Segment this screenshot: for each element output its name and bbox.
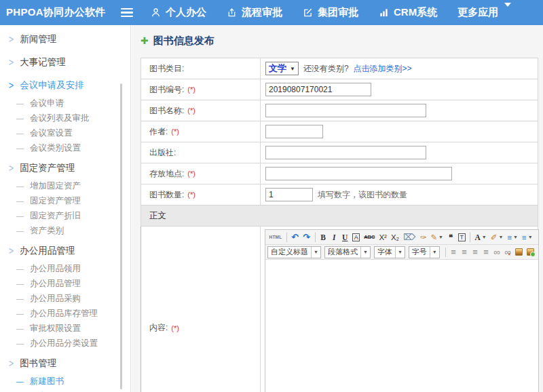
field-value-book-no bbox=[261, 79, 538, 100]
caret-down-icon: ▼ bbox=[528, 235, 533, 239]
sidebar-item-图书管理[interactable]: —图书管理 bbox=[0, 389, 130, 392]
flow-export-icon bbox=[227, 7, 237, 18]
form-row-publisher: 出版社: bbox=[141, 142, 538, 163]
eraser-button[interactable]: ⌦ bbox=[402, 231, 417, 243]
sidebar-item-会议类别设置[interactable]: —会议类别设置 bbox=[0, 140, 130, 155]
book-no-input[interactable] bbox=[265, 83, 371, 96]
sidebar-group-会议申请及安排[interactable]: >会议申请及安排 bbox=[0, 75, 130, 96]
paste-as-text-button[interactable]: T bbox=[457, 231, 468, 243]
book-name-input[interactable] bbox=[265, 104, 426, 117]
unlink-button[interactable]: ∞ bbox=[503, 246, 513, 258]
sidebar-item-办公用品采购[interactable]: —办公用品采购 bbox=[0, 291, 130, 306]
superscript-button[interactable]: X² bbox=[377, 231, 389, 243]
font-color-button[interactable]: A▼ bbox=[473, 231, 488, 243]
sidebar-item-增加固定资产[interactable]: —增加固定资产 bbox=[0, 178, 130, 193]
sidebar-item-办公用品管理[interactable]: —办公用品管理 bbox=[0, 276, 130, 291]
section-header-body: 正文 bbox=[141, 205, 538, 227]
required-marker: (*) bbox=[187, 85, 195, 94]
underline-button[interactable]: U bbox=[340, 231, 350, 243]
caret-down-icon: ▼ bbox=[498, 235, 503, 239]
sidebar-group-新闻管理[interactable]: >新闻管理 bbox=[0, 29, 130, 50]
sidebar-item-审批权限设置[interactable]: —审批权限设置 bbox=[0, 321, 130, 336]
sidebar-item-label: 办公用品分类设置 bbox=[30, 338, 98, 349]
book-category-select[interactable]: 文学▼ bbox=[265, 62, 299, 75]
sidebar-item-会议列表及审批[interactable]: —会议列表及审批 bbox=[0, 111, 130, 125]
subscript-button[interactable]: X₂ bbox=[389, 231, 400, 243]
insert-image-button[interactable] bbox=[514, 246, 525, 258]
field-label-text: 存放地点: bbox=[149, 168, 184, 180]
add-category-link[interactable]: 点击添加类别>> bbox=[354, 63, 412, 75]
topbar-menu-workflow-approval[interactable]: 流程审批 bbox=[227, 6, 282, 19]
sidebar-item-会议申请[interactable]: —会议申请 bbox=[0, 96, 130, 111]
sidebar-group-label: 会议申请及安排 bbox=[20, 80, 84, 91]
book-form: 图书类目:文学▼还没有类别?点击添加类别>>图书编号:(*)图书名称:(*)作者… bbox=[141, 58, 538, 392]
caret-down-icon: ▼ bbox=[360, 247, 370, 258]
location-input[interactable] bbox=[265, 167, 452, 180]
align-left-button[interactable]: ≡ bbox=[449, 246, 459, 258]
hamburger-menu-icon[interactable] bbox=[121, 8, 133, 17]
html-source-icon: HTML bbox=[269, 235, 282, 239]
sidebar-scrollbar[interactable] bbox=[120, 83, 122, 389]
redo-button[interactable]: ↷ bbox=[301, 231, 312, 243]
toolbar-select-段落格式[interactable]: 段落格式▼ bbox=[324, 246, 371, 258]
char-border-button[interactable]: A bbox=[351, 231, 362, 243]
sidebar-group-固定资产管理[interactable]: >固定资产管理 bbox=[0, 158, 130, 178]
topbar-menu-personal-office[interactable]: 个人办公 bbox=[151, 6, 206, 19]
topbar-menu-label: 更多应用 bbox=[457, 6, 498, 19]
font-color-icon: A bbox=[475, 233, 481, 241]
strikethrough-button[interactable]: ABC bbox=[362, 231, 377, 243]
required-marker: (*) bbox=[187, 191, 195, 199]
sidebar-item-办公用品库存管理[interactable]: —办公用品库存管理 bbox=[0, 306, 130, 321]
sidebar-item-办公用品分类设置[interactable]: —办公用品分类设置 bbox=[0, 336, 130, 351]
toolbar-select-自定义标题[interactable]: 自定义标题▼ bbox=[267, 246, 321, 258]
sidebar-item-资产类别[interactable]: —资产类别 bbox=[0, 223, 130, 238]
sidebar-group-办公用品管理[interactable]: >办公用品管理 bbox=[0, 241, 130, 261]
undo-icon: ↶ bbox=[291, 232, 299, 242]
html-source-button[interactable]: HTML bbox=[267, 231, 284, 243]
unordered-list-button[interactable]: ≡▼ bbox=[521, 231, 535, 243]
paste-as-text-icon: T bbox=[458, 233, 466, 241]
sidebar-group-大事记管理[interactable]: >大事记管理 bbox=[0, 52, 130, 73]
align-justify-button[interactable]: ≡ bbox=[481, 246, 491, 258]
italic-button[interactable]: I bbox=[329, 231, 339, 243]
caret-down-icon: ▼ bbox=[482, 235, 487, 239]
caret-down-icon: ▼ bbox=[513, 235, 518, 239]
topbar-menu-group-approval[interactable]: 集团审批 bbox=[303, 6, 358, 19]
field-label-book-name: 图书名称:(*) bbox=[141, 100, 261, 121]
sidebar-item-label: 新建图书 bbox=[30, 376, 64, 387]
caret-down-icon bbox=[503, 7, 511, 18]
dash-icon: — bbox=[16, 195, 24, 206]
highlight-button[interactable]: ✐▼ bbox=[489, 231, 505, 243]
sidebar-item-新建图书[interactable]: —新建图书 bbox=[0, 374, 130, 389]
align-right-button[interactable]: ≡ bbox=[470, 246, 481, 258]
form-row-author: 作者:(*) bbox=[141, 121, 538, 142]
align-center-button[interactable]: ≡ bbox=[460, 246, 470, 258]
topbar-menu-more-apps[interactable]: 更多应用 bbox=[457, 6, 511, 19]
toolbar-select-字体[interactable]: 字体▼ bbox=[374, 246, 405, 258]
undo-button[interactable]: ↶ bbox=[290, 231, 301, 243]
sidebar-item-会议室设置[interactable]: —会议室设置 bbox=[0, 125, 130, 140]
insert-online-image-button[interactable] bbox=[525, 246, 536, 258]
remove-format-button[interactable]: ✑ bbox=[418, 231, 428, 243]
sidebar-group-图书管理[interactable]: >图书管理 bbox=[0, 353, 130, 374]
italic-icon: I bbox=[333, 233, 335, 241]
insert-link-button[interactable]: ∞ bbox=[492, 246, 502, 258]
topbar-menu-crm-system[interactable]: CRM系统 bbox=[379, 6, 437, 19]
sidebar-item-固定资产折旧[interactable]: —固定资产折旧 bbox=[0, 208, 130, 223]
format-painter-button[interactable]: ✎▼ bbox=[429, 231, 445, 243]
sidebar-group-label: 图书管理 bbox=[20, 358, 56, 369]
quantity-input[interactable] bbox=[265, 188, 313, 201]
toolbar-select-字号[interactable]: 字号▼ bbox=[409, 246, 440, 258]
sidebar-item-固定资产管理[interactable]: —固定资产管理 bbox=[0, 193, 130, 208]
form-row-book-category: 图书类目:文学▼还没有类别?点击添加类别>> bbox=[141, 58, 538, 79]
editor-content[interactable] bbox=[265, 260, 538, 392]
sidebar-item-办公用品领用[interactable]: —办公用品领用 bbox=[0, 261, 130, 276]
ordered-list-button[interactable]: ≡▼ bbox=[506, 231, 520, 243]
blockquote-button[interactable]: ❝ bbox=[446, 231, 456, 243]
author-input[interactable] bbox=[265, 125, 323, 138]
topbar-menu: 个人办公流程审批集团审批CRM系统更多应用 bbox=[151, 6, 511, 19]
sidebar-item-label: 审批权限设置 bbox=[30, 323, 81, 334]
publisher-input[interactable] bbox=[265, 146, 426, 159]
bold-button[interactable]: B bbox=[318, 231, 329, 243]
field-label-content: 内容:(*) bbox=[141, 227, 261, 392]
